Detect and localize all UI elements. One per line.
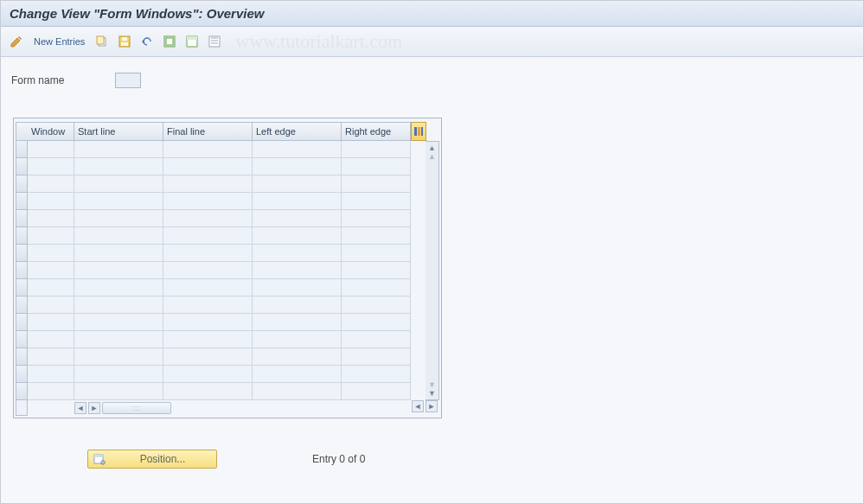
table-cell[interactable] [74, 262, 163, 279]
table-cell[interactable] [253, 141, 342, 158]
table-cell[interactable] [74, 227, 163, 245]
undo-icon[interactable] [138, 33, 156, 50]
table-cell[interactable] [163, 141, 253, 158]
table-cell[interactable] [253, 175, 342, 193]
row-selector[interactable] [16, 279, 28, 297]
table-cell[interactable] [163, 366, 253, 383]
table-cell[interactable] [342, 297, 411, 314]
table-cell[interactable] [163, 279, 253, 297]
table-cell[interactable] [342, 158, 411, 175]
table-cell[interactable] [253, 279, 342, 297]
scroll-right-step-icon[interactable]: ► [88, 402, 100, 414]
table-cell[interactable] [342, 193, 411, 210]
table-cell[interactable] [74, 297, 163, 314]
table-cell[interactable] [74, 314, 163, 331]
select-all-icon[interactable] [161, 33, 178, 50]
table-row[interactable] [16, 348, 426, 366]
table-cell[interactable] [342, 331, 411, 348]
table-cell[interactable] [74, 245, 163, 262]
table-cell[interactable] [253, 158, 342, 175]
table-cell[interactable] [28, 158, 74, 175]
table-row[interactable] [16, 314, 426, 331]
table-cell[interactable] [342, 383, 411, 400]
table-cell[interactable] [342, 141, 411, 158]
table-cell[interactable] [28, 245, 74, 262]
table-row[interactable] [16, 383, 426, 400]
table-cell[interactable] [253, 348, 342, 366]
table-cell[interactable] [28, 366, 74, 383]
row-selector[interactable] [16, 348, 28, 366]
table-config-icon[interactable] [411, 122, 426, 141]
table-cell[interactable] [163, 383, 253, 400]
row-selector[interactable] [16, 175, 28, 193]
table-cell[interactable] [342, 227, 411, 245]
table-cell[interactable] [253, 193, 342, 210]
table-cell[interactable] [163, 227, 253, 245]
table-cell[interactable] [253, 262, 342, 279]
table-cell[interactable] [28, 175, 74, 193]
table-row[interactable] [16, 193, 426, 210]
table-cell[interactable] [163, 348, 253, 366]
table-cell[interactable] [342, 314, 411, 331]
table-row[interactable] [16, 227, 426, 245]
table-cell[interactable] [74, 331, 163, 348]
table-row[interactable] [16, 279, 426, 297]
save-icon[interactable] [116, 33, 133, 50]
table-row[interactable] [16, 366, 426, 383]
table-cell[interactable] [253, 297, 342, 314]
row-selector[interactable] [16, 383, 28, 400]
table-row[interactable] [16, 297, 426, 314]
table-cell[interactable] [253, 314, 342, 331]
table-cell[interactable] [28, 348, 74, 366]
table-cell[interactable] [74, 210, 163, 227]
table-cell[interactable] [28, 331, 74, 348]
table-cell[interactable] [253, 331, 342, 348]
table-cell[interactable] [74, 366, 163, 383]
table-cell[interactable] [163, 245, 253, 262]
table-cell[interactable] [28, 141, 74, 158]
select-block-icon[interactable] [183, 33, 201, 50]
horizontal-scrollbar[interactable]: ◄ ► ::: [74, 401, 221, 415]
table-cell[interactable] [28, 314, 74, 331]
table-cell[interactable] [74, 193, 163, 210]
table-cell[interactable] [342, 262, 411, 279]
table-cell[interactable] [253, 245, 342, 262]
table-row[interactable] [16, 175, 426, 193]
table-row[interactable] [16, 210, 426, 227]
table-cell[interactable] [342, 175, 411, 193]
table-cell[interactable] [163, 158, 253, 175]
table-cell[interactable] [74, 141, 163, 158]
table-cell[interactable] [253, 227, 342, 245]
table-cell[interactable] [253, 210, 342, 227]
scroll-down-icon[interactable]: ▼ [428, 389, 436, 398]
table-cell[interactable] [253, 383, 342, 400]
table-row[interactable] [16, 331, 426, 348]
row-selector[interactable] [16, 314, 28, 331]
vertical-scrollbar[interactable]: ▲ ▲ ▼ ▼ [426, 141, 439, 400]
scroll-left-end-icon[interactable]: ◄ [412, 400, 424, 412]
table-cell[interactable] [163, 210, 253, 227]
row-selector[interactable] [16, 210, 28, 227]
row-selector[interactable] [16, 245, 28, 262]
row-selector[interactable] [16, 227, 28, 245]
table-cell[interactable] [163, 297, 253, 314]
hscroll-thumb[interactable]: ::: [102, 402, 171, 414]
col-header-finalline[interactable]: Final line [163, 122, 253, 141]
table-cell[interactable] [28, 279, 74, 297]
form-name-input[interactable] [115, 73, 141, 88]
table-cell[interactable] [163, 331, 253, 348]
table-cell[interactable] [28, 297, 74, 314]
col-header-rightedge[interactable]: Right edge [342, 122, 411, 141]
row-selector-header[interactable] [16, 122, 28, 141]
table-cell[interactable] [28, 210, 74, 227]
table-cell[interactable] [163, 262, 253, 279]
row-selector[interactable] [16, 262, 28, 279]
col-header-window[interactable]: Window [28, 122, 74, 141]
table-cell[interactable] [74, 175, 163, 193]
copy-icon[interactable] [93, 33, 111, 50]
table-cell[interactable] [342, 210, 411, 227]
table-cell[interactable] [74, 383, 163, 400]
col-header-leftedge[interactable]: Left edge [253, 122, 342, 141]
scroll-up-icon[interactable]: ▲ [428, 144, 436, 152]
table-row[interactable] [16, 245, 426, 262]
